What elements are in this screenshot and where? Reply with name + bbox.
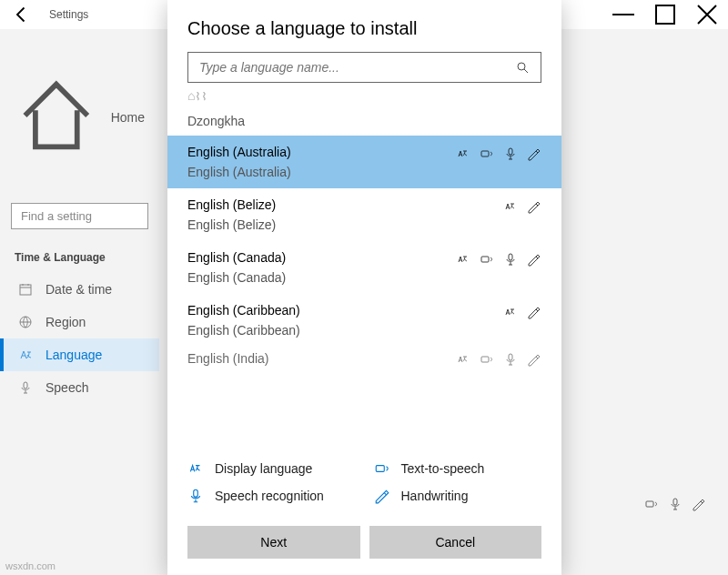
- feature-legend: Display language Text-to-speech Speech r…: [167, 448, 561, 517]
- speech-icon: [503, 146, 518, 161]
- legend-speech: Speech recognition: [187, 488, 356, 504]
- speech-icon: [503, 252, 518, 267]
- nav-region[interactable]: Region: [0, 306, 159, 338]
- language-list[interactable]: ⌂⌇⌇ Dzongkha English (Australia) English…: [167, 92, 561, 448]
- language-row[interactable]: English (India): [167, 347, 561, 370]
- tts-icon: [480, 146, 494, 161]
- tts-icon: [480, 252, 494, 267]
- display-language-icon: [456, 352, 470, 367]
- home-label: Home: [111, 110, 145, 125]
- handwriting-icon: [527, 305, 541, 319]
- find-setting-input[interactable]: Find a setting: [11, 203, 148, 229]
- display-language-icon: [456, 146, 470, 161]
- calendar-icon: [18, 282, 33, 297]
- language-install-dialog: Choose a language to install ⌂⌇⌇ Dzongkh…: [167, 0, 561, 575]
- handwriting-icon: [374, 488, 390, 504]
- nav-date-time[interactable]: Date & time: [0, 273, 159, 306]
- mic-icon: [668, 497, 682, 511]
- home-nav[interactable]: Home: [0, 40, 159, 194]
- maximize-button[interactable]: [644, 0, 686, 29]
- legend-tts: Text-to-speech: [374, 460, 542, 477]
- language-name: English (Canada): [187, 250, 286, 265]
- language-native: English (Canada): [187, 270, 286, 285]
- language-name: English (Belize): [187, 197, 276, 212]
- sidebar-category: Time & Language: [0, 238, 159, 273]
- back-button[interactable]: [13, 0, 31, 29]
- speech-icon: [187, 488, 204, 504]
- tts-icon: [644, 497, 659, 511]
- language-row[interactable]: English (Canada) English (Canada): [167, 241, 561, 294]
- language-search[interactable]: [187, 52, 541, 83]
- handwriting-icon: [527, 146, 541, 161]
- handwriting-icon: [692, 497, 706, 511]
- display-language-icon: [503, 199, 518, 214]
- handwriting-icon: [527, 199, 541, 214]
- nav-label: Date & time: [46, 282, 112, 297]
- display-language-icon: [503, 305, 518, 319]
- display-language-icon: [456, 252, 470, 267]
- nav-label: Speech: [46, 380, 88, 395]
- app-name: Settings: [49, 8, 88, 21]
- globe-icon: [18, 315, 33, 329]
- handwriting-icon: [527, 352, 541, 367]
- language-row[interactable]: English (Caribbean) English (Caribbean): [167, 294, 561, 347]
- legend-display: Display language: [187, 460, 356, 477]
- language-search-input[interactable]: [199, 60, 515, 75]
- language-row-partial[interactable]: ⌂⌇⌇: [167, 92, 561, 110]
- nav-speech[interactable]: Speech: [0, 371, 159, 404]
- mic-icon: [18, 380, 33, 395]
- language-row[interactable]: Dzongkha: [167, 110, 561, 136]
- language-name: English (Australia): [187, 145, 291, 159]
- language-native: English (Caribbean): [187, 323, 300, 338]
- cancel-button[interactable]: Cancel: [369, 526, 542, 559]
- watermark: wsxdn.com: [5, 560, 56, 571]
- language-row[interactable]: English (Belize) English (Belize): [167, 188, 561, 241]
- language-row[interactable]: English (Australia) English (Australia): [167, 136, 561, 188]
- search-icon: [515, 60, 530, 75]
- language-icon: [18, 348, 33, 362]
- feature-icons-row: [644, 497, 706, 511]
- close-button[interactable]: [686, 0, 728, 29]
- minimize-button[interactable]: [602, 0, 644, 29]
- dialog-title: Choose a language to install: [187, 18, 541, 39]
- legend-handwriting: Handwriting: [374, 488, 542, 504]
- language-native: English (Belize): [187, 217, 276, 232]
- nav-language[interactable]: Language: [0, 338, 159, 371]
- tts-icon: [374, 460, 390, 477]
- language-name: English (Caribbean): [187, 303, 300, 318]
- home-icon: [15, 47, 98, 187]
- nav-label: Language: [46, 348, 102, 362]
- handwriting-icon: [527, 252, 541, 267]
- next-button[interactable]: Next: [187, 526, 360, 559]
- speech-icon: [503, 352, 518, 367]
- language-native: English (Australia): [187, 165, 291, 179]
- display-language-icon: [187, 460, 204, 477]
- tts-icon: [480, 352, 494, 367]
- nav-label: Region: [46, 315, 86, 329]
